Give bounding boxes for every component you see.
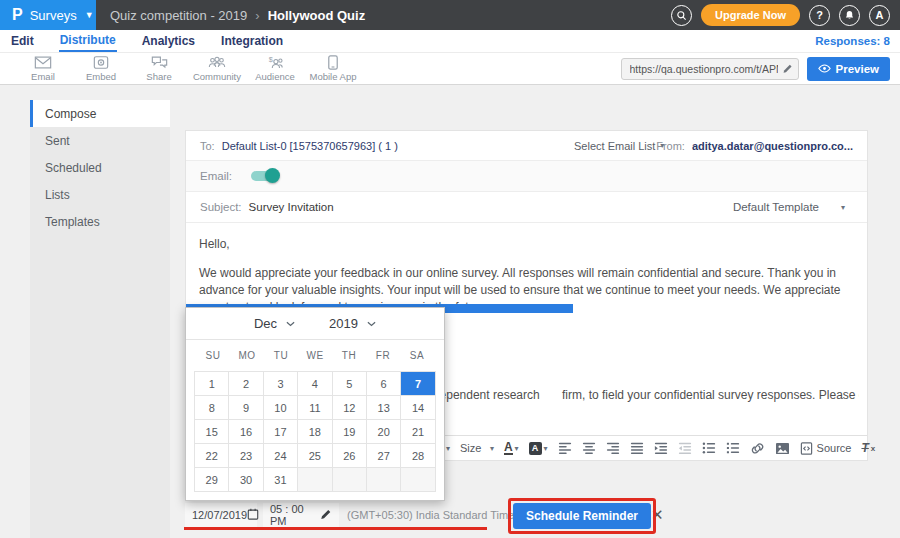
email-toggle[interactable]: [251, 171, 277, 181]
font-size-dropdown[interactable]: Size ▾: [460, 439, 494, 457]
outdent-icon[interactable]: [678, 441, 692, 455]
sidebar-item-scheduled[interactable]: Scheduled: [30, 154, 170, 181]
align-left-icon[interactable]: [558, 441, 572, 455]
calendar-day[interactable]: 28: [401, 444, 435, 468]
insert-link-icon[interactable]: [750, 442, 765, 455]
surveys-menu[interactable]: P Surveys ▼: [0, 0, 96, 30]
tab-distribute[interactable]: Distribute: [59, 30, 117, 52]
calendar-day[interactable]: 21: [401, 420, 435, 444]
schedule-reminder-button[interactable]: Schedule Reminder: [513, 503, 651, 529]
preview-button[interactable]: Preview: [807, 57, 890, 81]
tab-integration[interactable]: Integration: [220, 31, 284, 51]
month-dropdown[interactable]: Dec: [254, 316, 295, 331]
channel-audience[interactable]: $ Audience: [246, 55, 304, 82]
sidebar-item-lists[interactable]: Lists: [30, 181, 170, 208]
breadcrumb-survey-name[interactable]: Quiz competition - 2019: [110, 8, 247, 23]
community-icon: [208, 55, 226, 70]
calendar-day[interactable]: 9: [229, 396, 263, 420]
template-dropdown-label: Default Template: [733, 201, 819, 213]
calendar-day[interactable]: 18: [298, 420, 332, 444]
to-label: To:: [200, 140, 215, 152]
remove-format-icon[interactable]: Tx: [861, 441, 875, 455]
calendar-day[interactable]: 24: [264, 444, 298, 468]
sidebar-item-compose[interactable]: Compose: [30, 100, 170, 127]
calendar-day[interactable]: 31: [264, 468, 298, 492]
channel-embed[interactable]: Embed: [72, 55, 130, 82]
channel-label: Share: [146, 71, 171, 82]
calendar-day[interactable]: 30: [229, 468, 263, 492]
align-justify-icon[interactable]: [630, 441, 644, 455]
calendar-day[interactable]: 3: [264, 372, 298, 396]
subject-value[interactable]: Survey Invitation: [249, 201, 334, 213]
calendar-day[interactable]: 2: [229, 372, 263, 396]
calendar-day[interactable]: 16: [229, 420, 263, 444]
sidebar-item-templates[interactable]: Templates: [30, 208, 170, 235]
calendar-day[interactable]: 6: [367, 372, 401, 396]
calendar-day[interactable]: 27: [367, 444, 401, 468]
search-icon[interactable]: [671, 5, 692, 26]
notifications-bell-icon[interactable]: [839, 5, 860, 26]
eye-icon: [818, 63, 831, 75]
channel-mobile-app[interactable]: Mobile App: [304, 55, 362, 82]
font-dropdown-caret-icon[interactable]: ▾: [446, 444, 450, 453]
year-dropdown[interactable]: 2019: [329, 316, 376, 331]
calendar-day[interactable]: 7: [401, 372, 435, 396]
calendar-day[interactable]: 29: [195, 468, 229, 492]
calendar-day[interactable]: 14: [401, 396, 435, 420]
channel-email[interactable]: Email: [14, 55, 72, 82]
channel-label: Audience: [255, 71, 295, 82]
bullet-list-icon[interactable]: [702, 441, 716, 455]
source-button[interactable]: Source: [800, 442, 852, 455]
tab-analytics[interactable]: Analytics: [141, 31, 196, 51]
calendar-day[interactable]: 5: [333, 372, 367, 396]
channel-community[interactable]: Community: [188, 55, 246, 82]
schedule-date-field[interactable]: 12/07/2019: [185, 503, 257, 527]
background-color-button[interactable]: A▾: [529, 442, 548, 455]
survey-url-box: https://qa.questionpro.com/t/APNrFZf2S: [621, 58, 799, 80]
calendar-day[interactable]: 4: [298, 372, 332, 396]
calendar-icon: [247, 508, 259, 522]
survey-url-text[interactable]: https://qa.questionpro.com/t/APNrFZf2S: [630, 63, 778, 75]
insert-image-icon[interactable]: [775, 442, 790, 455]
annotation-underline: [184, 527, 487, 530]
calendar-day[interactable]: 8: [195, 396, 229, 420]
calendar-day[interactable]: 1: [195, 372, 229, 396]
schedule-time-field[interactable]: 05 : 00 PM: [263, 503, 339, 527]
schedule-time-value: 05 : 00 PM: [270, 503, 320, 527]
avatar[interactable]: A: [869, 5, 890, 26]
calendar-day[interactable]: 12: [333, 396, 367, 420]
calendar-day[interactable]: 22: [195, 444, 229, 468]
calendar-day[interactable]: 13: [367, 396, 401, 420]
calendar-day[interactable]: 25: [298, 444, 332, 468]
sidebar-item-sent[interactable]: Sent: [30, 127, 170, 154]
numbered-list-icon[interactable]: [726, 441, 740, 455]
from-email-value[interactable]: aditya.datar@questionpro.co...: [692, 140, 853, 152]
align-right-icon[interactable]: [606, 441, 620, 455]
survey-nav: Edit Distribute Analytics Integration Re…: [0, 30, 900, 53]
edit-url-pencil-icon[interactable]: [782, 60, 793, 78]
calendar-day[interactable]: 11: [298, 396, 332, 420]
chevron-down-icon: [367, 321, 376, 327]
calendar-day[interactable]: 19: [333, 420, 367, 444]
weekday-label: SA: [400, 350, 434, 361]
chevron-down-icon: ▾: [544, 444, 548, 453]
align-center-icon[interactable]: [582, 441, 596, 455]
calendar-day[interactable]: 17: [264, 420, 298, 444]
indent-icon[interactable]: [654, 441, 668, 455]
from-group: From: aditya.datar@questionpro.co...: [656, 140, 853, 152]
tab-edit[interactable]: Edit: [10, 31, 35, 51]
text-color-button[interactable]: A▾: [504, 442, 519, 455]
calendar-day[interactable]: 10: [264, 396, 298, 420]
upgrade-now-button[interactable]: Upgrade Now: [701, 4, 800, 26]
channel-share[interactable]: Share: [130, 55, 188, 82]
chevron-down-icon: ▼: [85, 10, 94, 20]
calendar-day[interactable]: 20: [367, 420, 401, 444]
calendar-day[interactable]: 26: [333, 444, 367, 468]
responses-count[interactable]: Responses: 8: [815, 35, 890, 47]
select-email-list-dropdown[interactable]: Select Email List ▾: [574, 140, 664, 152]
calendar-day[interactable]: 23: [229, 444, 263, 468]
template-dropdown[interactable]: Default Template ▾: [733, 201, 853, 213]
calendar-day[interactable]: 15: [195, 420, 229, 444]
help-icon[interactable]: ?: [809, 5, 830, 26]
to-list-value[interactable]: Default List-0 [1575370657963] ( 1 ): [222, 140, 398, 152]
